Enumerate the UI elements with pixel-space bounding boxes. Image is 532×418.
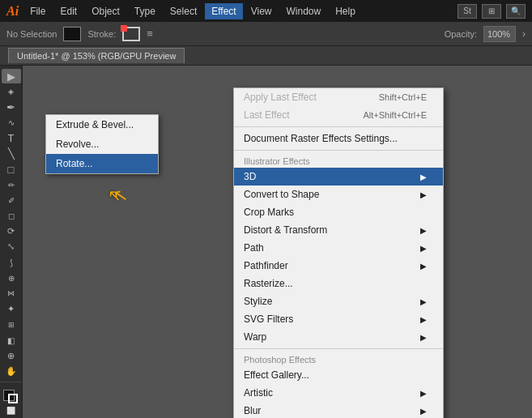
3d-arrow-icon: ▶ bbox=[420, 173, 427, 181]
opacity-input[interactable] bbox=[483, 26, 516, 42]
illustrator-effects-label: Illustrator Effects bbox=[234, 153, 443, 168]
stroke-width-icon: ≡ bbox=[147, 28, 153, 40]
3d-item[interactable]: 3D ▶ bbox=[234, 168, 443, 186]
pathfinder-label: Pathfinder bbox=[244, 260, 288, 271]
convert-to-shape-item[interactable]: Convert to Shape ▶ bbox=[234, 186, 443, 203]
menu-view[interactable]: View bbox=[245, 3, 279, 19]
menu-type[interactable]: Type bbox=[128, 3, 162, 19]
separator-3 bbox=[234, 348, 443, 349]
apply-last-effect-label: Apply Last Effect bbox=[244, 92, 317, 103]
artistic-item[interactable]: Artistic ▶ bbox=[234, 384, 443, 402]
eyedropper-tool[interactable]: ✦ bbox=[2, 302, 21, 317]
pen-tool[interactable]: ✒ bbox=[2, 100, 21, 114]
gradient-tool[interactable]: ◧ bbox=[2, 333, 21, 348]
direct-selection-tool[interactable]: ◈ bbox=[2, 84, 21, 99]
title-bar: Ai File Edit Object Type Select Effect V… bbox=[0, 0, 532, 22]
effect-gallery-item[interactable]: Effect Gallery... bbox=[234, 366, 443, 384]
document-tab-bar: Untitled-1* @ 153% (RGB/GPU Preview bbox=[0, 46, 532, 66]
warp-arrow-icon: ▶ bbox=[420, 333, 427, 342]
pathfinder-arrow-icon: ▶ bbox=[420, 262, 427, 271]
blur-arrow-icon: ▶ bbox=[420, 407, 427, 416]
crop-marks-label: Crop Marks bbox=[244, 207, 294, 218]
menu-window[interactable]: Window bbox=[279, 3, 327, 19]
menu-effect[interactable]: Effect bbox=[205, 3, 242, 19]
paintbrush-tool[interactable]: ✏ bbox=[2, 177, 21, 192]
scale-tool[interactable]: ⤡ bbox=[2, 240, 21, 254]
bridge-button[interactable]: St bbox=[458, 4, 477, 19]
menu-object[interactable]: Object bbox=[85, 3, 126, 19]
hand-tool[interactable]: ✋ bbox=[2, 364, 21, 378]
last-effect-item: Last Effect Alt+Shift+Ctrl+E bbox=[234, 106, 443, 124]
document-tab[interactable]: Untitled-1* @ 153% (RGB/GPU Preview bbox=[8, 48, 185, 63]
left-toolbar: ▶ ◈ ✒ ∿ T ╲ □ ✏ ✐ ◻ ⟳ ⤡ ⟆ ⊕ ⋈ ✦ ⊞ ◧ ⊕ ✋ … bbox=[0, 66, 23, 418]
distort-transform-label: Distort & Transform bbox=[244, 224, 327, 236]
warp-item[interactable]: Warp ▶ bbox=[234, 328, 443, 346]
screen-mode[interactable]: ⬜ bbox=[2, 403, 21, 418]
title-right: St ⊞ 🔍 bbox=[458, 4, 526, 19]
distort-transform-arrow-icon: ▶ bbox=[420, 226, 427, 235]
menu-help[interactable]: Help bbox=[329, 3, 362, 19]
curvature-tool[interactable]: ∿ bbox=[2, 116, 21, 130]
svg-filters-label: SVG Filters bbox=[244, 314, 293, 325]
stylize-item[interactable]: Stylize ▶ bbox=[234, 292, 443, 310]
selection-tool[interactable]: ▶ bbox=[2, 69, 21, 83]
effect-dropdown-menu: Apply Last Effect Shift+Ctrl+E Last Effe… bbox=[233, 87, 444, 418]
blur-label: Blur bbox=[244, 405, 261, 416]
rectangle-tool[interactable]: □ bbox=[2, 162, 21, 177]
rasterize-item[interactable]: Rasterize... bbox=[234, 275, 443, 292]
photoshop-effects-label: Photoshop Effects bbox=[234, 352, 443, 366]
stroke-color[interactable] bbox=[122, 27, 140, 41]
menu-edit[interactable]: Edit bbox=[53, 3, 83, 19]
workspace-button[interactable]: ⊞ bbox=[482, 4, 501, 19]
effect-gallery-label: Effect Gallery... bbox=[244, 369, 309, 381]
convert-to-shape-label: Convert to Shape bbox=[244, 189, 319, 200]
last-effect-shortcut: Alt+Shift+Ctrl+E bbox=[363, 110, 427, 120]
stroke-none-indicator bbox=[121, 25, 127, 32]
fill-indicator[interactable] bbox=[2, 388, 21, 403]
zoom-tool[interactable]: ⊕ bbox=[2, 348, 21, 363]
main-area: ▶ ◈ ✒ ∿ T ╲ □ ✏ ✐ ◻ ⟳ ⤡ ⟆ ⊕ ⋈ ✦ ⊞ ◧ ⊕ ✋ … bbox=[0, 66, 532, 418]
separator-2 bbox=[234, 150, 443, 151]
rotate-item[interactable]: Rotate... bbox=[46, 154, 158, 173]
stroke-label: Stroke: bbox=[87, 29, 116, 39]
extrude-bevel-item[interactable]: Extrude & Bevel... bbox=[46, 115, 158, 134]
no-selection-label: No Selection bbox=[6, 29, 57, 39]
document-raster-settings-label: Document Raster Effects Settings... bbox=[244, 133, 398, 144]
blend-tool[interactable]: ⋈ bbox=[2, 286, 21, 301]
path-item[interactable]: Path ▶ bbox=[234, 239, 443, 257]
pencil-tool[interactable]: ✐ bbox=[2, 193, 21, 207]
type-tool[interactable]: T bbox=[2, 131, 21, 146]
apply-last-effect-item: Apply Last Effect Shift+Ctrl+E bbox=[234, 88, 443, 106]
distort-transform-item[interactable]: Distort & Transform ▶ bbox=[234, 221, 443, 239]
stylize-label: Stylize bbox=[244, 296, 272, 307]
opacity-label: Opacity: bbox=[445, 29, 477, 39]
revolve-item[interactable]: Revolve... bbox=[46, 134, 158, 154]
3d-submenu: Extrude & Bevel... Revolve... Rotate... bbox=[45, 114, 159, 174]
eraser-tool[interactable]: ◻ bbox=[2, 209, 21, 224]
pathfinder-item[interactable]: Pathfinder ▶ bbox=[234, 257, 443, 275]
warp-tool[interactable]: ⟆ bbox=[2, 255, 21, 270]
rotate-tool[interactable]: ⟳ bbox=[2, 224, 21, 239]
convert-to-shape-arrow-icon: ▶ bbox=[420, 190, 427, 199]
path-label: Path bbox=[244, 242, 264, 254]
menu-file[interactable]: File bbox=[23, 3, 52, 19]
chevron-right-icon: › bbox=[522, 28, 526, 40]
artistic-arrow-icon: ▶ bbox=[420, 389, 427, 398]
canvas-area: Extrude & Bevel... Revolve... Rotate... … bbox=[23, 66, 532, 418]
menu-select[interactable]: Select bbox=[164, 3, 203, 19]
document-raster-settings-item[interactable]: Document Raster Effects Settings... bbox=[234, 130, 443, 147]
blur-item[interactable]: Blur ▶ bbox=[234, 402, 443, 418]
svg-filters-item[interactable]: SVG Filters ▶ bbox=[234, 310, 443, 328]
crop-marks-item[interactable]: Crop Marks bbox=[234, 203, 443, 221]
title-menu: File Edit Object Type Select Effect View… bbox=[23, 3, 453, 19]
mesh-tool[interactable]: ⊞ bbox=[2, 318, 21, 332]
apply-last-effect-shortcut: Shift+Ctrl+E bbox=[379, 92, 427, 102]
separator-1 bbox=[234, 126, 443, 127]
svg-filters-arrow-icon: ▶ bbox=[420, 315, 427, 324]
width-tool[interactable]: ⊕ bbox=[2, 271, 21, 285]
search-button[interactable]: 🔍 bbox=[506, 4, 526, 19]
app-logo: Ai bbox=[6, 4, 19, 19]
warp-label: Warp bbox=[244, 331, 266, 343]
line-tool[interactable]: ╲ bbox=[2, 147, 21, 161]
fill-color[interactable] bbox=[63, 27, 81, 41]
